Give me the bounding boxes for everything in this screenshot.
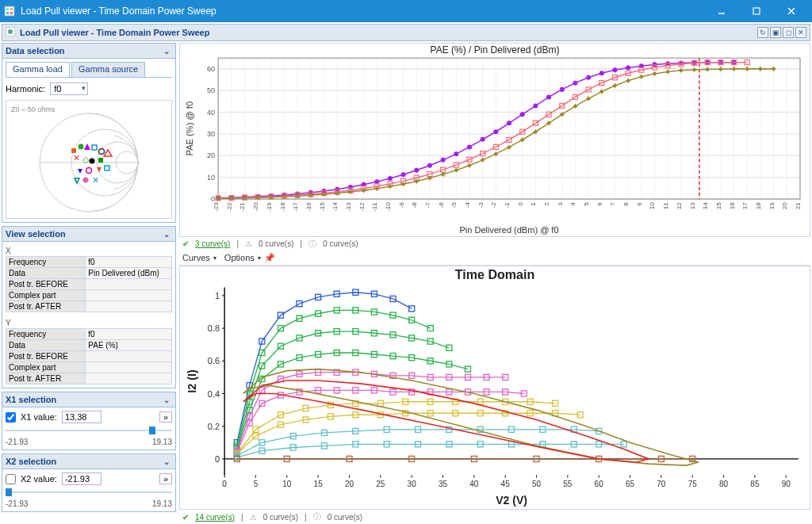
- dock-float-button[interactable]: ▣: [770, 27, 781, 38]
- menu-options[interactable]: Options: [224, 253, 255, 262]
- dock-icon: [6, 27, 17, 38]
- svg-text:80: 80: [719, 479, 729, 488]
- svg-text:PAE (%) @ f0: PAE (%) @ f0: [185, 101, 194, 155]
- panel-collapse-button[interactable]: ⌄: [161, 45, 172, 56]
- window-close-button[interactable]: [774, 0, 809, 22]
- svg-point-157: [441, 158, 446, 163]
- svg-point-17: [79, 144, 84, 150]
- svg-text:17: 17: [741, 202, 749, 210]
- svg-marker-252: [626, 78, 630, 83]
- svg-text:-4: -4: [464, 202, 471, 208]
- svg-text:-14: -14: [331, 202, 339, 212]
- x1-slider[interactable]: [6, 425, 172, 436]
- svg-text:5: 5: [583, 202, 590, 206]
- chart2-curves-count[interactable]: 14 curve(s): [195, 513, 235, 522]
- svg-text:-1: -1: [504, 202, 511, 208]
- svg-text:-16: -16: [305, 202, 312, 212]
- x2-expand-button[interactable]: »: [159, 473, 172, 484]
- svg-text:30: 30: [408, 479, 417, 488]
- x-property-table[interactable]: Frequencyf0 DataPin Delivered (dBm) Post…: [6, 256, 172, 312]
- panel-collapse-button[interactable]: ⌄: [161, 228, 172, 239]
- svg-text:9: 9: [636, 202, 643, 206]
- dock-refresh-button[interactable]: ↻: [757, 27, 768, 38]
- svg-text:-2: -2: [490, 202, 497, 208]
- svg-text:19: 19: [768, 202, 776, 210]
- x1-value-input[interactable]: [62, 411, 102, 423]
- svg-text:45: 45: [501, 479, 511, 488]
- svg-text:55: 55: [563, 479, 573, 488]
- window-title: Load Pull viewer - Time Domain Power Swe…: [21, 6, 704, 17]
- chart2-menustrip: Curves▾ Options▾ 📌: [179, 251, 810, 266]
- svg-text:35: 35: [439, 479, 448, 488]
- menu-curves[interactable]: Curves: [182, 253, 210, 262]
- svg-text:0: 0: [211, 195, 215, 203]
- svg-rect-329: [409, 305, 415, 311]
- data-selection-panel: Data selection ⌄ Gamma load Gamma source…: [2, 43, 176, 223]
- svg-marker-259: [718, 67, 723, 71]
- x2-checkbox[interactable]: [6, 474, 16, 484]
- svg-text:70: 70: [657, 479, 666, 488]
- svg-text:50: 50: [532, 479, 542, 488]
- x2-slider[interactable]: [6, 487, 172, 498]
- svg-marker-241: [481, 158, 485, 163]
- svg-text:65: 65: [626, 479, 635, 488]
- svg-point-171: [626, 65, 630, 70]
- x2-label: X2 value:: [21, 474, 57, 484]
- x1-expand-button[interactable]: »: [159, 411, 172, 423]
- svg-text:14: 14: [702, 202, 709, 210]
- svg-marker-261: [745, 67, 749, 71]
- svg-text:20: 20: [207, 151, 215, 159]
- svg-text:-7: -7: [424, 202, 431, 208]
- tab-gamma-source[interactable]: Gamma source: [71, 62, 145, 77]
- panel-collapse-button[interactable]: ⌄: [161, 394, 172, 405]
- svg-text:-17: -17: [292, 202, 299, 212]
- svg-marker-18: [84, 143, 90, 150]
- dock-close-button[interactable]: ✕: [795, 27, 806, 38]
- svg-text:0.8: 0.8: [208, 323, 220, 333]
- svg-text:90: 90: [782, 479, 791, 488]
- check-icon: ✔: [182, 513, 189, 522]
- harmonic-combo[interactable]: f0: [50, 82, 88, 95]
- svg-point-153: [388, 176, 393, 181]
- window-minimize-button[interactable]: [704, 0, 739, 22]
- panel-collapse-button[interactable]: ⌄: [161, 456, 172, 467]
- smith-chart[interactable]: Z0 = 50 ohms: [6, 100, 172, 219]
- time-domain-chart[interactable]: Time Domain00.20.40.60.81051015202530354…: [179, 266, 810, 510]
- x1-label: X1 value:: [21, 412, 57, 422]
- svg-text:◇: ◇: [82, 155, 90, 164]
- svg-marker-254: [653, 71, 657, 76]
- svg-text:16: 16: [729, 202, 736, 210]
- x1-checkbox[interactable]: [6, 412, 16, 423]
- svg-text:60: 60: [595, 479, 604, 488]
- svg-text:15: 15: [715, 202, 722, 210]
- chart2-statusline: ✔ 14 curve(s) | ⚠ 0 curve(s) | ⓘ 0 curve…: [179, 510, 810, 524]
- window-maximize-button[interactable]: [739, 0, 774, 22]
- svg-text:5: 5: [254, 479, 259, 488]
- svg-text:-8: -8: [411, 202, 418, 208]
- svg-text:-3: -3: [477, 202, 485, 208]
- svg-text:✕: ✕: [73, 153, 80, 163]
- svg-text:-21: -21: [239, 202, 247, 212]
- check-icon: ✔: [182, 239, 189, 248]
- x1-min: -21.93: [6, 438, 28, 446]
- svg-marker-236: [414, 179, 419, 184]
- x2-selection-title: X2 selection: [6, 457, 56, 466]
- svg-text:PAE (%) / Pin Delivered (dBm): PAE (%) / Pin Delivered (dBm): [431, 44, 560, 55]
- dock-maximize-button[interactable]: ◻: [783, 27, 794, 38]
- svg-rect-1: [6, 8, 9, 10]
- info-icon: ⓘ: [308, 239, 316, 250]
- chart1-curves-count[interactable]: 3 curve(s): [195, 239, 230, 248]
- svg-point-162: [507, 120, 511, 125]
- pae-chart[interactable]: PAE (%) / Pin Delivered (dBm)01020304050…: [179, 43, 810, 237]
- tab-gamma-load[interactable]: Gamma load: [6, 62, 70, 77]
- svg-text:-19: -19: [266, 202, 273, 212]
- x2-value-input[interactable]: [62, 472, 102, 485]
- svg-point-159: [467, 144, 472, 149]
- svg-text:21: 21: [795, 202, 802, 210]
- y-property-table[interactable]: Frequencyf0 DataPAE (%) Post tr. BEFORE …: [6, 328, 172, 384]
- svg-text:2: 2: [543, 202, 550, 206]
- svg-text:10: 10: [649, 202, 657, 210]
- pin-icon[interactable]: 📌: [264, 253, 275, 263]
- svg-point-166: [560, 87, 565, 92]
- svg-rect-29: [105, 166, 109, 170]
